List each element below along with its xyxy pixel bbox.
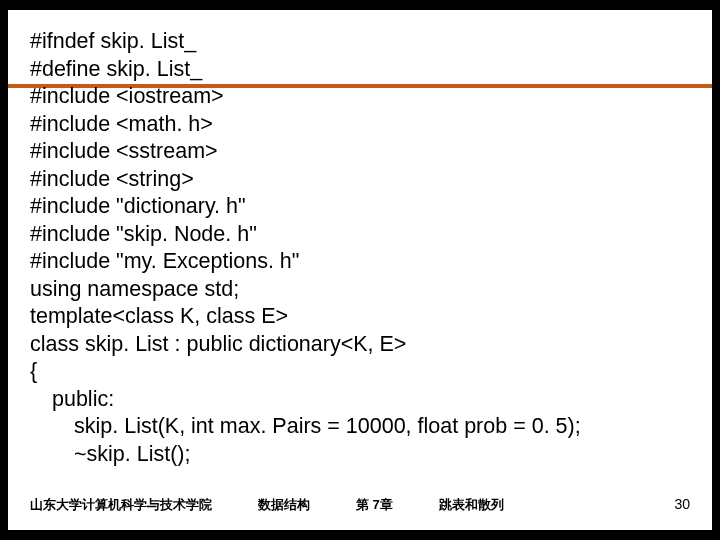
code-line: #include "dictionary. h": [30, 193, 690, 221]
footer-subject: 数据结构: [258, 496, 310, 514]
code-line: using namespace std;: [30, 276, 690, 304]
code-line: #include <string>: [30, 166, 690, 194]
code-line: class skip. List : public dictionary<K, …: [30, 331, 690, 359]
page-number: 30: [674, 496, 690, 512]
code-line: #include "my. Exceptions. h": [30, 248, 690, 276]
code-line: #include <iostream>: [30, 83, 690, 111]
code-block: #ifndef skip. List_ #define skip. List_ …: [30, 28, 690, 468]
code-line: #ifndef skip. List_: [30, 28, 690, 56]
footer-topic: 跳表和散列: [439, 496, 504, 514]
slide: #ifndef skip. List_ #define skip. List_ …: [8, 10, 712, 530]
code-line: #define skip. List_: [30, 56, 690, 84]
footer: 山东大学计算机科学与技术学院 数据结构 第 7章 跳表和散列 30: [30, 496, 690, 514]
code-line: {: [30, 358, 690, 386]
code-line: #include <sstream>: [30, 138, 690, 166]
code-line: #include <math. h>: [30, 111, 690, 139]
code-line: #include "skip. Node. h": [30, 221, 690, 249]
code-line: ~skip. List();: [30, 441, 690, 469]
code-line: template<class K, class E>: [30, 303, 690, 331]
code-line: skip. List(K, int max. Pairs = 10000, fl…: [30, 413, 690, 441]
footer-chapter: 第 7章: [356, 496, 393, 514]
code-line: public:: [30, 386, 690, 414]
footer-affiliation: 山东大学计算机科学与技术学院: [30, 496, 212, 514]
